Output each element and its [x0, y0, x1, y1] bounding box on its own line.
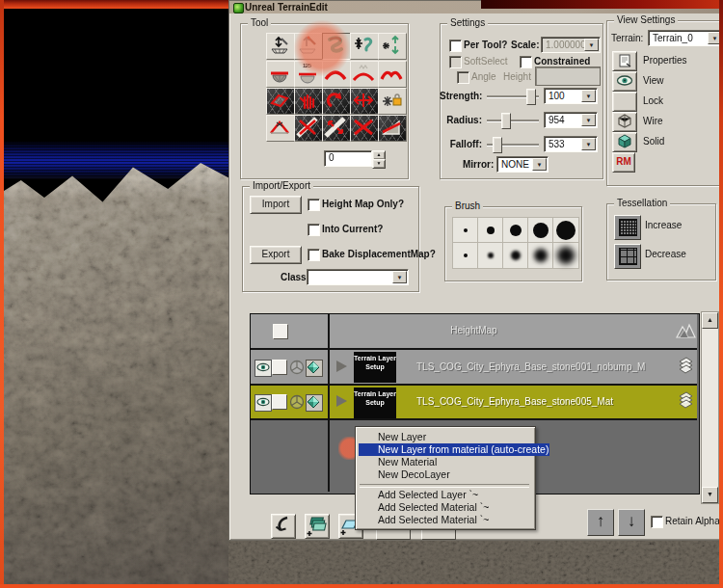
tool-value-input[interactable]: 0 [324, 150, 372, 167]
bake-displacement-checkbox[interactable] [308, 249, 320, 261]
tessellation-decrease-button[interactable] [614, 244, 641, 269]
menu-item-add-selected-layer[interactable]: Add Selected Layer `~ [359, 489, 549, 501]
layer-name: TLS_COG_City_Ephyra_Base_stone001_nobump… [416, 361, 645, 372]
constrained-checkbox[interactable] [520, 56, 532, 68]
lock-button[interactable] [612, 92, 637, 112]
radius-slider[interactable] [487, 120, 539, 121]
menu-item-add-selected-material-2[interactable]: Add Selected Material `~ [359, 514, 549, 526]
tex-select-icon[interactable] [266, 88, 295, 115]
tex-lock-icon[interactable] [378, 88, 407, 115]
falloff-slider[interactable] [487, 144, 539, 146]
scale-combo[interactable]: 1.000000▼ [541, 37, 601, 53]
move-layer-down-button[interactable]: ↓ [618, 509, 645, 536]
into-current-checkbox[interactable] [308, 224, 320, 236]
menu-item-new-layer-from-material[interactable]: New Layer from material (auto-create) [359, 443, 549, 456]
layer-solid-ball-icon[interactable] [306, 360, 323, 377]
split-axis-icon[interactable] [322, 115, 351, 142]
view-button[interactable] [612, 71, 637, 92]
flatten-icon[interactable] [266, 61, 295, 88]
layer-select-checkbox[interactable] [272, 360, 287, 375]
noise-blob-icon[interactable] [350, 33, 379, 60]
per-tool-checkbox[interactable] [449, 40, 462, 52]
layer-select-checkbox[interactable] [272, 394, 287, 410]
softselect-checkbox[interactable] [449, 56, 462, 68]
raise-lower-icon[interactable] [378, 33, 407, 60]
brush-soft-5[interactable] [552, 242, 579, 269]
strength-combo[interactable]: 100▼ [544, 88, 598, 104]
add-layers-stack-button[interactable] [305, 514, 330, 539]
menu-item-new-layer[interactable]: New Layer [359, 431, 549, 443]
tex-scale-icon[interactable] [350, 88, 379, 115]
tessellation-increase-button[interactable] [614, 215, 641, 240]
falloff-combo[interactable]: 533▼ [544, 136, 598, 152]
solid-button[interactable] [612, 132, 637, 152]
heightmap-row[interactable]: HeightMap [251, 314, 697, 348]
layer-solid-ball-icon[interactable] [306, 394, 323, 412]
layer-row-stone005-selected[interactable]: Terrain Layer Setup TLS_COG_City_Ephyra_… [251, 386, 697, 418]
layer-wire-ball-icon[interactable] [289, 394, 305, 410]
tex-rotate-icon[interactable] [322, 88, 351, 115]
dialog-titlebar[interactable]: Unreal TerrainEdit [229, 1, 723, 13]
scroll-down-icon[interactable]: ▼ [702, 487, 718, 503]
brush-soft-4[interactable] [527, 242, 554, 269]
flatten-height-icon[interactable]: 125 [294, 61, 323, 88]
brush-soft-2[interactable] [477, 242, 504, 269]
layer-expand-arrow[interactable] [336, 361, 347, 372]
noise-curve-icon[interactable] [350, 61, 379, 88]
tool-spin-down-button[interactable]: ▼ [372, 159, 386, 169]
smooth-curve-icon[interactable] [322, 61, 351, 88]
radius-combo[interactable]: 954▼ [544, 112, 598, 128]
mirror-combo[interactable]: NONE▼ [496, 156, 549, 173]
properties-button[interactable] [612, 51, 637, 71]
layer-visibility-eye-icon[interactable] [254, 360, 272, 377]
layer-expand-arrow[interactable] [336, 395, 347, 407]
retain-alpha-checkbox[interactable] [651, 516, 663, 528]
vertex-paint-icon[interactable] [294, 33, 323, 60]
terrain-combo[interactable]: Terrain_0▼ [648, 30, 723, 46]
view-label: View [643, 75, 664, 86]
falloff-slider-thumb[interactable] [493, 137, 502, 153]
vertex-edit-icon[interactable] [266, 33, 295, 60]
layers-stack-icon [676, 356, 695, 377]
merge-x-icon[interactable] [350, 115, 379, 142]
angle-checkbox[interactable] [457, 71, 469, 84]
brush-size-1[interactable] [452, 217, 479, 244]
export-button[interactable]: Export [250, 246, 302, 264]
brush-size-5[interactable] [552, 217, 579, 244]
brush-size-4[interactable] [527, 217, 554, 244]
brush-soft-3[interactable] [502, 242, 529, 269]
brush-soft-1[interactable] [452, 242, 479, 269]
tex-drag-icon[interactable] [294, 88, 323, 115]
class-label: Class [281, 272, 307, 282]
class-combo[interactable]: ▼ [307, 269, 409, 285]
rm-button[interactable]: RM [612, 152, 635, 173]
height-input[interactable] [535, 67, 601, 86]
terrace-curve-icon[interactable] [378, 61, 407, 88]
wire-button[interactable] [612, 112, 637, 132]
height-map-only-checkbox[interactable] [308, 199, 320, 211]
visibility-triangle-icon[interactable] [378, 115, 407, 142]
layer-context-menu: New Layer New Layer from material (auto-… [355, 426, 536, 530]
scroll-up-icon[interactable]: ▲ [702, 312, 718, 329]
bake-arrow-button[interactable] [271, 514, 296, 539]
layer-visibility-eye-icon[interactable] [254, 394, 272, 412]
menu-item-add-selected-material-1[interactable]: Add Selected Material `~ [359, 501, 549, 514]
split-x-icon[interactable] [294, 115, 323, 142]
brush-size-2[interactable] [477, 217, 504, 244]
edge-tent-icon[interactable] [266, 115, 295, 142]
screenshot-root: Unreal TerrainEdit Tool 125 [0, 0, 723, 588]
into-current-label: Into Current? [322, 224, 383, 234]
softselect-label: SoftSelect [464, 56, 508, 67]
strength-slider[interactable] [487, 95, 539, 97]
move-layer-up-button[interactable]: ↑ [587, 509, 614, 536]
layer-row-stone001[interactable]: Terrain Layer Setup TLS_COG_City_Ephyra_… [251, 350, 697, 384]
layers-scrollbar[interactable]: ▲ ▼ [701, 311, 719, 504]
brush-size-3[interactable] [502, 217, 529, 244]
layer-wire-ball-icon[interactable] [289, 360, 305, 375]
strength-slider-thumb[interactable] [526, 89, 536, 105]
radius-slider-thumb[interactable] [501, 113, 511, 129]
smooth-blob-icon[interactable] [322, 33, 351, 60]
menu-item-new-material[interactable]: New Material [359, 456, 549, 468]
menu-item-new-decolayer[interactable]: New DecoLayer [359, 468, 549, 481]
import-button[interactable]: Import [250, 196, 302, 214]
